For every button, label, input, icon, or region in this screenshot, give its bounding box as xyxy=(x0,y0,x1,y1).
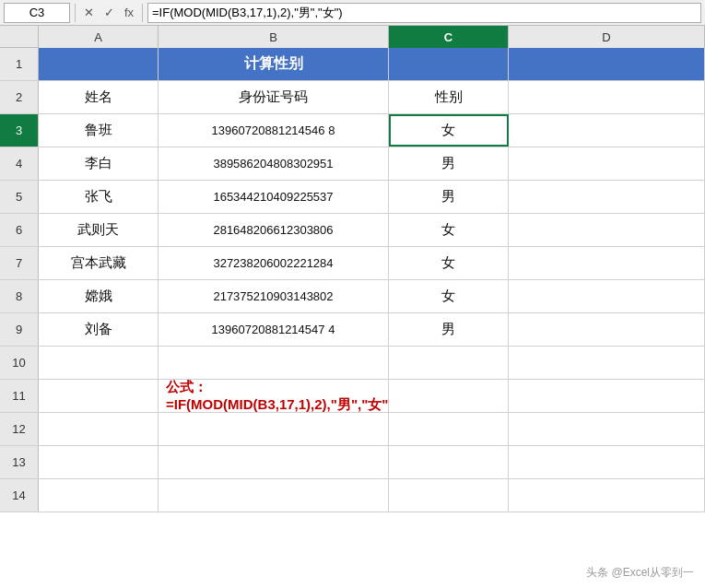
cell-12b[interactable] xyxy=(159,413,389,445)
cell-13c[interactable] xyxy=(389,446,509,478)
formula-input[interactable]: =IF(MOD(MID(B3,17,1),2),"男","女") xyxy=(147,3,701,23)
cell-8a[interactable]: 嫦娥 xyxy=(39,280,159,312)
cell-2b[interactable]: 身份证号码 xyxy=(159,81,389,113)
table-row: 6 武则天 281648206612303806 女 xyxy=(0,214,705,247)
table-row: 1 计算性别 xyxy=(0,48,705,81)
col-header-c[interactable]: C xyxy=(389,26,509,48)
cell-13d[interactable] xyxy=(509,446,705,478)
cell-2a[interactable]: 姓名 xyxy=(39,81,159,113)
row-num-10: 10 xyxy=(0,347,39,379)
cell-5a[interactable]: 张飞 xyxy=(39,181,159,213)
cell-10c[interactable] xyxy=(389,347,509,379)
column-headers: A B C D xyxy=(0,26,705,48)
cell-13b[interactable] xyxy=(159,446,389,478)
cell-14a[interactable] xyxy=(39,479,159,512)
col-header-d[interactable]: D xyxy=(509,26,705,48)
cell-11b[interactable]: 公式：=IF(MOD(MID(B3,17,1),2),"男","女") xyxy=(159,380,389,412)
row-num-3: 3 xyxy=(0,114,39,147)
cell-9d[interactable] xyxy=(509,313,705,346)
cell-10d[interactable] xyxy=(509,347,705,379)
cell-6b[interactable]: 281648206612303806 xyxy=(159,214,389,246)
cancel-icon[interactable]: ✕ xyxy=(80,5,97,21)
cell-9a[interactable]: 刘备 xyxy=(39,313,159,346)
cell-11a[interactable] xyxy=(39,380,159,412)
cell-11c[interactable] xyxy=(389,380,509,412)
row-num-6: 6 xyxy=(0,214,39,246)
col-header-a[interactable]: A xyxy=(39,26,159,48)
cell-11d[interactable] xyxy=(509,380,705,412)
cell-7d[interactable] xyxy=(509,247,705,279)
cell-1a[interactable] xyxy=(39,48,159,80)
cell-12c[interactable] xyxy=(389,413,509,445)
cell-1b[interactable]: 计算性别 xyxy=(159,48,389,80)
cell-4c[interactable]: 男 xyxy=(389,147,509,180)
cell-7c[interactable]: 女 xyxy=(389,247,509,279)
header-title: 计算性别 xyxy=(244,54,303,74)
cell-3c[interactable]: 女 xyxy=(389,114,509,147)
cell-1d[interactable] xyxy=(509,48,705,80)
table-row: 3 鲁班 13960720881214546 8 女 xyxy=(0,114,705,147)
col-c-label: 性别 xyxy=(435,88,463,106)
cell-7b[interactable]: 327238206002221284 xyxy=(159,247,389,279)
cell-4d[interactable] xyxy=(509,147,705,180)
table-row: 7 宫本武藏 327238206002221284 女 xyxy=(0,247,705,280)
cell-2d[interactable] xyxy=(509,81,705,113)
cell-9c[interactable]: 男 xyxy=(389,313,509,346)
row-num-8: 8 xyxy=(0,280,39,312)
cell-3b[interactable]: 13960720881214546 8 xyxy=(159,114,389,147)
cell-6d[interactable] xyxy=(509,214,705,246)
grid-body: 1 计算性别 2 姓名 身份证号码 性别 3 鲁班 xyxy=(0,48,705,588)
cell-5d[interactable] xyxy=(509,181,705,213)
cell-5c[interactable]: 男 xyxy=(389,181,509,213)
row-num-14: 14 xyxy=(0,479,39,512)
cell-6a[interactable]: 武则天 xyxy=(39,214,159,246)
cell-1c[interactable] xyxy=(389,48,509,80)
table-row: 13 xyxy=(0,446,705,479)
col-header-b[interactable]: B xyxy=(159,26,389,48)
fx-icon[interactable]: fx xyxy=(121,5,137,21)
table-row: 8 嫦娥 217375210903143802 女 xyxy=(0,280,705,313)
cell-12d[interactable] xyxy=(509,413,705,445)
cell-10b[interactable] xyxy=(159,347,389,379)
cell-3a[interactable]: 鲁班 xyxy=(39,114,159,147)
confirm-icon[interactable]: ✓ xyxy=(100,5,117,21)
cell-9b[interactable]: 13960720881214547 4 xyxy=(159,313,389,346)
cell-ref-text: C3 xyxy=(29,6,45,19)
cell-14d[interactable] xyxy=(509,479,705,512)
cell-12a[interactable] xyxy=(39,413,159,445)
cell-14b[interactable] xyxy=(159,479,389,512)
cell-3d[interactable] xyxy=(509,114,705,147)
row-num-12: 12 xyxy=(0,413,39,445)
cell-10a[interactable] xyxy=(39,347,159,379)
row-num-4: 4 xyxy=(0,147,39,180)
table-row: 5 张飞 165344210409225537 男 xyxy=(0,181,705,214)
cell-8c[interactable]: 女 xyxy=(389,280,509,312)
table-row: 12 xyxy=(0,413,705,446)
cell-reference-box[interactable]: C3 xyxy=(4,3,70,23)
cell-8d[interactable] xyxy=(509,280,705,312)
cell-8b[interactable]: 217375210903143802 xyxy=(159,280,389,312)
formula-note-text: 公式：=IF(MOD(MID(B3,17,1),2),"男","女") xyxy=(166,379,393,414)
table-row: 9 刘备 13960720881214547 4 男 xyxy=(0,313,705,347)
watermark: 头条 @Excel从零到一 xyxy=(586,565,694,581)
formula-icons: ✕ ✓ fx xyxy=(80,5,137,21)
cell-6c[interactable]: 女 xyxy=(389,214,509,246)
cell-13a[interactable] xyxy=(39,446,159,478)
row-num-1: 1 xyxy=(0,48,39,80)
cell-2c[interactable]: 性别 xyxy=(389,81,509,113)
table-row: 14 xyxy=(0,479,705,512)
cell-5b[interactable]: 165344210409225537 xyxy=(159,181,389,213)
row-num-13: 13 xyxy=(0,446,39,478)
cell-7a[interactable]: 宫本武藏 xyxy=(39,247,159,279)
col-a-label: 姓名 xyxy=(85,88,112,106)
cell-4b[interactable]: 389586204808302951 xyxy=(159,147,389,180)
row-num-header xyxy=(0,26,39,47)
table-row: 2 姓名 身份证号码 性别 xyxy=(0,81,705,114)
row-num-5: 5 xyxy=(0,181,39,213)
row-num-11: 11 xyxy=(0,380,39,412)
cell-14c[interactable] xyxy=(389,479,509,512)
cell-4a[interactable]: 李白 xyxy=(39,147,159,180)
row-num-2: 2 xyxy=(0,81,39,113)
row-num-7: 7 xyxy=(0,247,39,279)
table-row: 10 xyxy=(0,347,705,380)
